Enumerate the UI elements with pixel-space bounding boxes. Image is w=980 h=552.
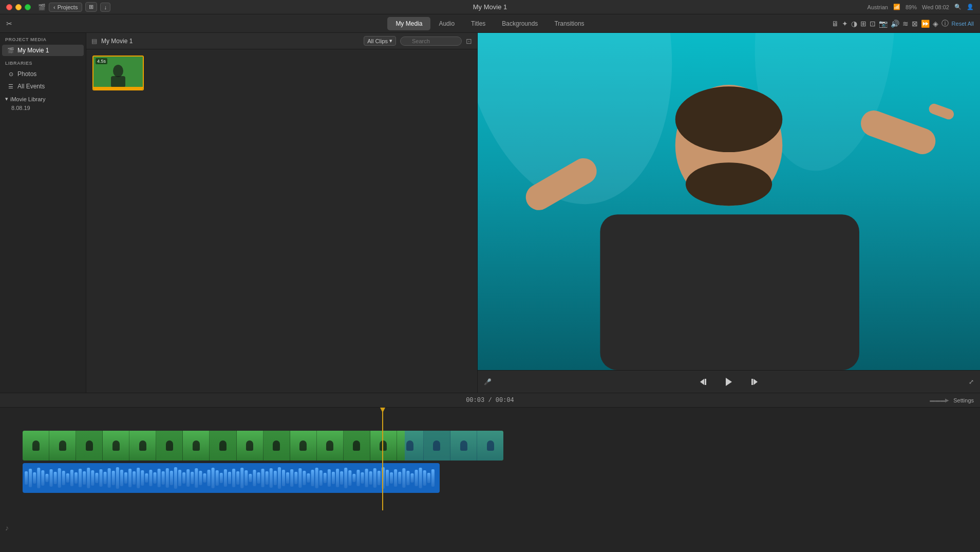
svg-rect-102 — [373, 468, 376, 488]
svg-rect-43 — [128, 469, 131, 487]
volume-icon[interactable]: 🔊 — [891, 20, 899, 28]
noise-icon[interactable]: ◈ — [933, 20, 938, 28]
tab-titles[interactable]: Titles — [463, 17, 494, 30]
svg-rect-46 — [141, 470, 144, 486]
video-frame — [156, 431, 183, 461]
svg-point-7 — [675, 86, 783, 152]
svg-rect-97 — [352, 474, 355, 482]
svg-rect-47 — [145, 473, 148, 483]
film-icon: 🎬 — [7, 47, 14, 54]
svg-marker-13 — [700, 379, 704, 385]
svg-rect-116 — [431, 469, 435, 487]
video-track[interactable] — [23, 431, 503, 461]
svg-rect-22 — [41, 470, 44, 486]
stabilize-icon[interactable]: ⊞ — [860, 20, 866, 28]
minimize-button[interactable] — [15, 4, 22, 10]
svg-rect-31 — [79, 469, 82, 487]
sidebar-item-photos[interactable]: ⊙ Photos — [2, 68, 84, 80]
svg-rect-78 — [274, 471, 277, 485]
svg-rect-90 — [324, 473, 327, 483]
sidebar-project-label: My Movie 1 — [17, 47, 49, 54]
svg-rect-77 — [270, 468, 273, 488]
svg-rect-23 — [45, 474, 48, 482]
svg-rect-29 — [70, 470, 73, 486]
video-frame — [263, 431, 290, 461]
svg-rect-26 — [58, 468, 61, 488]
chevron-down-icon: ▾ — [5, 96, 8, 102]
tab-my-media[interactable]: My Media — [387, 17, 430, 30]
audio-eq-icon[interactable]: ≋ — [902, 20, 909, 28]
svg-rect-56 — [182, 472, 185, 484]
traffic-lights — [6, 4, 31, 10]
timeline-timecode: 00:03 / 00:04 — [466, 397, 514, 404]
clip-thumbnail[interactable]: 4.5s — [92, 56, 144, 90]
svg-rect-19 — [29, 469, 32, 487]
wand-icon[interactable]: ✦ — [842, 20, 848, 28]
fast-forward-button[interactable] — [746, 375, 761, 389]
search-icon[interactable]: 🔍 — [954, 4, 962, 10]
scissors-icon[interactable]: ✂ — [6, 20, 12, 28]
svg-rect-85 — [303, 471, 306, 485]
video-frame — [370, 431, 397, 461]
tab-audio[interactable]: Audio — [430, 17, 463, 30]
filter-label: All Clips — [367, 38, 388, 44]
title-bar-right: Austrian 📶 89% Wed 08:02 🔍 👤 — [868, 4, 974, 10]
sidebar-item-all-events[interactable]: ☰ All Events — [2, 81, 84, 92]
svg-rect-93 — [336, 469, 339, 487]
svg-rect-24 — [50, 469, 53, 487]
library-label: iMovie Library — [10, 96, 45, 102]
color-wheel-icon[interactable]: ◑ — [851, 20, 857, 28]
search-input[interactable] — [400, 36, 462, 46]
audio-detach-icon[interactable]: ⊠ — [912, 20, 918, 28]
playhead-head — [380, 408, 385, 413]
info-icon[interactable]: ⓘ — [941, 19, 949, 28]
tab-backgrounds[interactable]: Backgrounds — [494, 17, 546, 30]
nav-bar: ✂ My Media Audio Titles Backgrounds Tran… — [0, 14, 980, 33]
crop-icon[interactable]: ⊡ — [870, 20, 876, 28]
svg-rect-68 — [232, 469, 235, 487]
settings-label[interactable]: Settings — [953, 397, 974, 403]
svg-rect-33 — [87, 468, 90, 488]
speed-icon[interactable]: ⏩ — [921, 20, 930, 28]
svg-rect-30 — [74, 472, 78, 484]
mic-icon[interactable]: 🎤 — [484, 378, 492, 385]
reset-all-button[interactable]: Reset All — [952, 21, 974, 27]
sidebar-library-date[interactable]: 8.08.19 — [0, 103, 86, 113]
close-button[interactable] — [6, 4, 12, 10]
svg-rect-51 — [162, 471, 165, 485]
left-content: PROJECT MEDIA 🎬 My Movie 1 LIBRARIES ⊙ P… — [0, 33, 477, 393]
grid-view-button[interactable]: ⊞ — [85, 2, 97, 12]
sidebar-item-my-movie[interactable]: 🎬 My Movie 1 — [2, 45, 84, 56]
fullscreen-button[interactable] — [25, 4, 31, 10]
svg-rect-107 — [394, 469, 397, 487]
svg-rect-60 — [199, 471, 202, 485]
camera-icon2[interactable]: 📷 — [879, 20, 888, 28]
tab-transitions[interactable]: Transitions — [546, 17, 592, 30]
svg-rect-82 — [290, 469, 293, 487]
svg-rect-74 — [257, 472, 260, 484]
svg-rect-84 — [298, 468, 301, 488]
play-button[interactable] — [722, 375, 736, 389]
monitor-icon[interactable]: 🖥 — [832, 20, 839, 28]
audio-track[interactable] — [23, 463, 440, 493]
svg-rect-113 — [419, 468, 422, 488]
svg-rect-98 — [356, 470, 360, 486]
svg-rect-59 — [195, 468, 198, 488]
import-media-icon[interactable]: ⊡ — [466, 37, 472, 45]
clip-filter-dropdown[interactable]: All Clips ▾ — [364, 36, 396, 46]
svg-point-8 — [686, 162, 772, 206]
sidebar-imovie-library[interactable]: ▾ iMovie Library — [0, 93, 86, 103]
svg-rect-69 — [236, 471, 239, 485]
svg-rect-81 — [286, 472, 289, 484]
svg-rect-35 — [95, 473, 98, 483]
system-time: Wed 08:02 — [922, 4, 949, 10]
import-button[interactable]: ↓ — [100, 3, 110, 12]
svg-rect-100 — [365, 469, 368, 487]
left-panel: PROJECT MEDIA 🎬 My Movie 1 LIBRARIES ⊙ P… — [0, 33, 478, 393]
projects-button[interactable]: ‹ Projects — [49, 3, 82, 12]
rewind-button[interactable] — [697, 375, 711, 389]
zoom-slider[interactable]: ▬▬▬▶ — [930, 397, 949, 403]
timecode-separator: / — [488, 397, 495, 404]
timeline-tracks: ♪ — [0, 408, 980, 552]
expand-icon[interactable]: ⤢ — [969, 378, 974, 385]
